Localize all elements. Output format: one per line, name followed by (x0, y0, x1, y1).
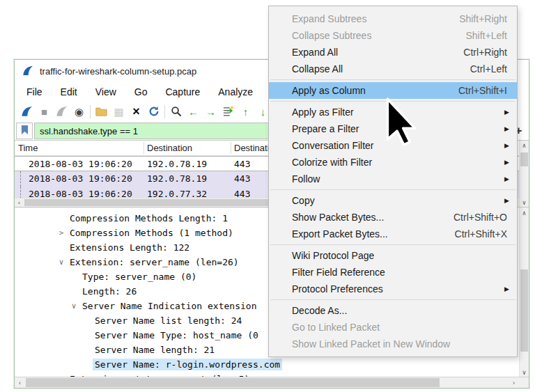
start-capture-icon[interactable] (18, 103, 36, 120)
column-header-time[interactable]: Time (18, 143, 38, 153)
find-packet-icon[interactable] (167, 103, 185, 120)
menu-item-label: Collapse Subtrees (292, 30, 465, 41)
menu-item-label: Collapse All (292, 63, 470, 75)
go-forward-icon[interactable]: → (202, 103, 219, 120)
menubar-item-view[interactable]: View (86, 86, 125, 97)
tree-collapsed-icon[interactable]: > (55, 228, 68, 237)
scroll-down-button[interactable]: ∨ (520, 198, 529, 207)
menubar-item-capture[interactable]: Capture (156, 86, 209, 97)
scroll-left-button[interactable]: ‹ (15, 377, 25, 388)
tree-line[interactable]: >Extension: status_request (len=5) (15, 372, 519, 377)
stop-capture-icon: ■ (36, 103, 53, 120)
menu-item-label: Filter Field Reference (292, 267, 507, 278)
tree-line-label: Server Name: r-login.wordpress.com (93, 359, 282, 370)
cell-time: 2018-08-03 19:06:20 (29, 173, 132, 184)
tree-line-label: Server Name list length: 24 (93, 315, 244, 327)
menu-item-expand-subtrees: Expand SubtreesShift+Right (269, 10, 517, 27)
menubar-item-go[interactable]: Go (125, 86, 157, 97)
cell-destination: 192.0.77.32 (147, 189, 207, 198)
menu-item-shortcut: Ctrl+Shift+I (458, 85, 507, 96)
toolbar-separator (164, 105, 165, 118)
scroll-down-button[interactable]: ∨ (520, 368, 529, 377)
menu-item-collapse-all[interactable]: Collapse AllCtrl+Left (269, 61, 517, 77)
menu-item-label: Protocol Preferences (292, 283, 507, 295)
menubar-item-analyze[interactable]: Analyze (209, 86, 262, 97)
vscroll-thumb[interactable] (520, 152, 528, 166)
context-menu: Expand SubtreesShift+RightCollapse Subtr… (268, 6, 518, 357)
menubar-item-edit[interactable]: Edit (52, 86, 86, 97)
save-file-icon: ▦ (110, 103, 127, 120)
menu-item-label: Expand Subtrees (292, 13, 459, 24)
menu-item-apply-as-column[interactable]: Apply as ColumnCtrl+Shift+I (269, 82, 517, 99)
close-file-icon[interactable]: × (127, 103, 145, 120)
open-file-icon[interactable] (93, 103, 110, 120)
toolbar-separator (90, 105, 91, 118)
cell-destination-port: 443 (234, 159, 250, 169)
hscroll-thumb[interactable] (26, 378, 440, 387)
vscroll-thumb[interactable] (520, 269, 528, 352)
menu-item-label: Show Linked Packet in New Window (292, 338, 507, 350)
menu-item-expand-all[interactable]: Expand AllCtrl+Right (269, 44, 517, 61)
scroll-left-button[interactable]: ‹ (15, 198, 24, 207)
scroll-right-button[interactable]: › (509, 377, 519, 388)
related-packet-marker (20, 171, 21, 187)
menu-item-copy[interactable]: Copy▶ (269, 192, 517, 209)
display-filter-value: ssl.handshake.type == 1 (40, 126, 138, 136)
packet-list-vscrollbar[interactable]: ∧ ∨ (519, 141, 529, 207)
submenu-arrow-icon: ▶ (504, 142, 509, 149)
menu-item-show-packet-bytes[interactable]: Show Packet Bytes...Ctrl+Shift+O (269, 209, 517, 226)
column-header-destination[interactable]: Destination (147, 143, 192, 153)
scroll-up-button[interactable]: ∧ (520, 208, 529, 217)
menu-item-wiki-protocol-page[interactable]: Wiki Protocol Page (269, 247, 517, 264)
scroll-up-button[interactable]: ∧ (520, 141, 529, 150)
menubar-item-file[interactable]: File (17, 86, 52, 97)
related-packet-marker (20, 187, 21, 198)
tree-expanded-icon[interactable]: ∨ (68, 301, 80, 311)
tree-line-label: Extensions Length: 122 (68, 242, 192, 253)
restart-capture-icon (53, 103, 70, 120)
menu-item-export-packet-bytes[interactable]: Export Packet Bytes...Ctrl+Shift+X (269, 226, 517, 242)
menu-item-collapse-subtrees: Collapse SubtreesShift+Left (269, 27, 517, 44)
menu-item-prepare-a-filter[interactable]: Prepare a Filter▶ (269, 120, 517, 137)
cell-destination-port: 443 (234, 173, 250, 184)
menu-item-shortcut: Ctrl+Left (470, 63, 507, 75)
details-hscrollbar[interactable]: ‹ › (15, 377, 529, 388)
cell-time: 2018-08-03 19:06:20 (29, 189, 132, 198)
menu-item-colorize-with-filter[interactable]: Colorize with Filter▶ (269, 154, 517, 171)
menu-item-label: Expand All (292, 47, 463, 58)
go-to-packet-icon[interactable] (219, 103, 237, 120)
column-divider[interactable] (144, 142, 144, 154)
menu-item-shortcut: Shift+Left (465, 30, 507, 41)
tree-line-label: Server Name length: 21 (93, 344, 217, 356)
menu-item-conversation-filter[interactable]: Conversation Filter▶ (269, 137, 517, 154)
tree-line[interactable]: Server Name: r-login.wordpress.com (15, 357, 519, 372)
submenu-arrow-icon: ▶ (504, 109, 509, 116)
menu-item-label: Decode As... (292, 305, 507, 316)
submenu-arrow-icon: ▶ (504, 159, 509, 166)
menu-separator (270, 299, 515, 300)
menu-item-apply-as-filter[interactable]: Apply as Filter▶ (269, 104, 517, 120)
reload-icon[interactable] (145, 103, 162, 120)
menu-item-label: Copy (292, 195, 507, 206)
menu-item-shortcut: Ctrl+Right (463, 47, 507, 58)
filter-bookmark-button[interactable] (16, 123, 33, 139)
menu-item-label: Prepare a Filter (292, 123, 507, 134)
menu-item-protocol-preferences[interactable]: Protocol Preferences▶ (269, 281, 517, 297)
menu-item-label: Go to Linked Packet (292, 322, 507, 333)
tree-expanded-icon[interactable]: ∨ (55, 258, 68, 267)
first-packet-icon[interactable]: ↑ (237, 103, 254, 120)
capture-options-icon[interactable]: ◉ (70, 103, 88, 120)
wireshark-logo-icon (22, 65, 34, 79)
menu-item-show-linked-packet-in-new-window: Show Linked Packet in New Window (269, 336, 517, 352)
window-title: traffic-for-wireshark-column-setup.pcap (40, 66, 196, 77)
menu-item-follow[interactable]: Follow▶ (269, 171, 517, 187)
menu-item-label: Follow (292, 173, 507, 185)
menu-item-decode-as[interactable]: Decode As... (269, 302, 517, 319)
menu-item-filter-field-reference[interactable]: Filter Field Reference (269, 264, 517, 281)
menu-separator (270, 79, 515, 80)
go-back-icon[interactable]: ← (185, 103, 202, 120)
details-vscrollbar[interactable]: ∧ ∨ (519, 208, 529, 377)
column-divider[interactable] (231, 142, 231, 154)
bookmark-icon (21, 125, 29, 138)
menu-item-label: Export Packet Bytes... (292, 228, 455, 240)
